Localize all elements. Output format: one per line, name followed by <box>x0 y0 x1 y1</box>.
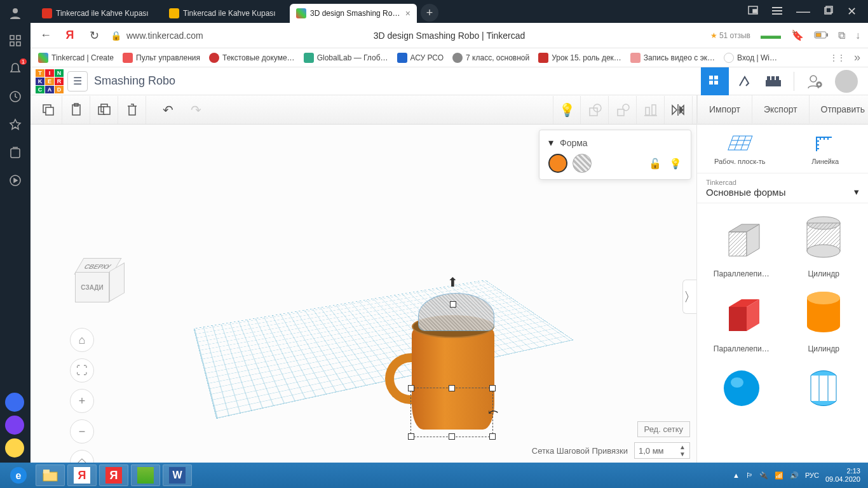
apps-icon[interactable] <box>8 33 23 48</box>
resize-handle[interactable] <box>408 433 414 440</box>
bubble-icon[interactable] <box>5 416 24 435</box>
yandex-taskbar-icon[interactable]: Я <box>67 464 97 486</box>
resize-handle[interactable] <box>489 433 496 440</box>
language-indicator[interactable]: РУС <box>805 471 819 479</box>
viewcube-front[interactable]: СЗАДИ <box>75 272 109 302</box>
browser-tab[interactable]: Tinkercad ile Kahve Kupası <box>36 4 163 23</box>
shape-sphere[interactable] <box>702 360 781 419</box>
project-title[interactable]: Smashing Robo <box>94 74 175 88</box>
zoom-in-button[interactable]: + <box>70 389 94 413</box>
ruler-tool[interactable]: Линейка <box>783 132 869 165</box>
shape-cylinder-hole[interactable]: Цилиндр <box>785 210 864 278</box>
design-list-icon[interactable]: ☰ <box>67 71 88 92</box>
resize-handle[interactable] <box>449 433 455 440</box>
bookmark-item[interactable]: Урок 15. роль дек… <box>538 53 621 63</box>
bookmark-item[interactable]: GlobalLab — Глоб… <box>304 53 388 63</box>
panel-collapse-handle[interactable]: 〉 <box>682 280 696 314</box>
volume-icon[interactable]: 🔊 <box>790 471 799 480</box>
bookmark-item[interactable]: Запись видео с эк… <box>630 53 715 63</box>
ungroup-button[interactable] <box>609 96 637 124</box>
browser-tab[interactable]: Tinkercad ile Kahve Kupası <box>163 4 290 23</box>
pip-icon[interactable] <box>748 6 758 17</box>
new-tab-button[interactable]: + <box>421 4 438 22</box>
bookmark-item[interactable]: 7 класс, основной <box>452 53 529 63</box>
bookmark-item[interactable]: Tinkercad | Create <box>38 53 114 63</box>
history-icon[interactable] <box>8 89 23 104</box>
rotate-icon[interactable]: ⤺ <box>488 404 499 419</box>
word-taskbar-icon[interactable]: W <box>163 464 192 486</box>
user-avatar[interactable] <box>835 70 858 93</box>
redo-button[interactable]: ↷ <box>182 96 210 124</box>
explorer-taskbar-icon[interactable] <box>36 464 65 486</box>
close-icon[interactable]: ✕ <box>847 4 857 18</box>
resize-handle[interactable] <box>489 385 496 391</box>
bookmark-item[interactable]: АСУ РСО <box>397 53 444 63</box>
play-icon[interactable] <box>8 173 23 188</box>
bookmarks-overflow-icon[interactable]: » <box>854 51 860 64</box>
yandex-taskbar-icon-2[interactable]: Я <box>99 464 128 486</box>
shape-torus[interactable] <box>785 360 864 419</box>
view-cube[interactable]: СВЕРХУ СЗАДИ <box>75 258 126 309</box>
collapse-icon[interactable]: ▾ <box>548 137 553 149</box>
power-icon[interactable]: 🔌 <box>759 471 768 480</box>
send-button[interactable]: Отправить <box>809 95 868 123</box>
ext-dots-icon[interactable]: ⋮⋮ <box>830 53 845 62</box>
group-button[interactable] <box>581 96 609 124</box>
bookmark-item[interactable]: Текстовые докуме… <box>209 53 295 63</box>
bookmark-icon[interactable]: 🔖 <box>791 29 804 41</box>
lightbulb-icon[interactable]: 💡 <box>669 158 682 170</box>
zoom-out-button[interactable]: − <box>70 419 94 444</box>
bulb-icon[interactable]: 💡 <box>553 96 581 124</box>
hole-swatch[interactable] <box>573 154 592 173</box>
flag-icon[interactable]: 🏳 <box>746 471 753 479</box>
resize-handle[interactable] <box>408 385 414 391</box>
collections-icon[interactable] <box>8 145 23 160</box>
menu-icon[interactable] <box>772 6 782 17</box>
profile-icon[interactable] <box>8 5 23 20</box>
app-taskbar-icon[interactable] <box>131 464 160 486</box>
yandex-button[interactable]: Я <box>62 28 78 43</box>
network-icon[interactable]: 📶 <box>775 471 783 480</box>
ortho-view-button[interactable]: ◇ <box>70 450 94 463</box>
shape-category-selector[interactable]: Tinkercad Основные формы▾ <box>697 173 868 203</box>
edit-grid-button[interactable]: Ред. сетку <box>637 421 690 437</box>
copy-button[interactable] <box>34 96 62 124</box>
battery-icon[interactable] <box>814 30 828 41</box>
lock-icon[interactable]: 🔓 <box>649 158 661 170</box>
bookmark-item[interactable]: Пульт управления <box>123 53 200 63</box>
solid-color-swatch[interactable] <box>548 154 567 173</box>
clock[interactable]: 2:13 09.04.2020 <box>825 467 860 484</box>
move-arrow-icon[interactable]: ⬆ <box>447 274 458 290</box>
height-handle[interactable] <box>450 301 456 308</box>
undo-button[interactable]: ↶ <box>154 96 182 124</box>
snap-grid-select[interactable]: 1,0 мм▲▼ <box>634 442 690 459</box>
mirror-button[interactable] <box>665 96 693 124</box>
lego-mode-button[interactable] <box>759 67 787 95</box>
notifications-icon[interactable]: 1 <box>8 61 23 76</box>
bubble-icon[interactable] <box>5 438 24 458</box>
blocks-mode-button[interactable] <box>701 67 729 95</box>
tray-arrow-icon[interactable]: ▲ <box>733 471 740 479</box>
bubble-icon[interactable] <box>5 393 24 412</box>
downloads-icon[interactable]: ↓ <box>855 30 860 41</box>
shield-icon[interactable]: ▬▬ <box>761 30 781 41</box>
extensions-icon[interactable]: ⧉ <box>838 30 845 41</box>
shape-box-solid[interactable]: Параллелепи… <box>702 285 781 353</box>
home-view-button[interactable]: ⌂ <box>70 328 94 352</box>
bookmark-item[interactable]: Вход | Wi… <box>724 53 777 63</box>
add-user-icon[interactable] <box>801 67 829 95</box>
star-icon[interactable] <box>8 117 23 132</box>
import-button[interactable]: Импорт <box>697 95 752 123</box>
fit-view-button[interactable]: ⛶ <box>70 358 94 383</box>
export-button[interactable]: Экспорт <box>752 95 809 123</box>
delete-button[interactable] <box>118 96 146 124</box>
browser-tab-active[interactable]: 3D design Smashing Ro…× <box>290 4 417 23</box>
workplane-tool[interactable]: Рабоч. плоск-ть <box>697 132 783 165</box>
paste-button[interactable] <box>62 96 90 124</box>
start-button[interactable]: e <box>4 464 33 486</box>
reload-button[interactable]: ↻ <box>86 28 102 43</box>
duplicate-button[interactable] <box>90 96 118 124</box>
close-tab-icon[interactable]: × <box>405 8 410 18</box>
shape-cylinder-solid[interactable]: Цилиндр <box>785 285 864 353</box>
tinkercad-logo[interactable]: TIN KER CAD <box>36 69 64 93</box>
